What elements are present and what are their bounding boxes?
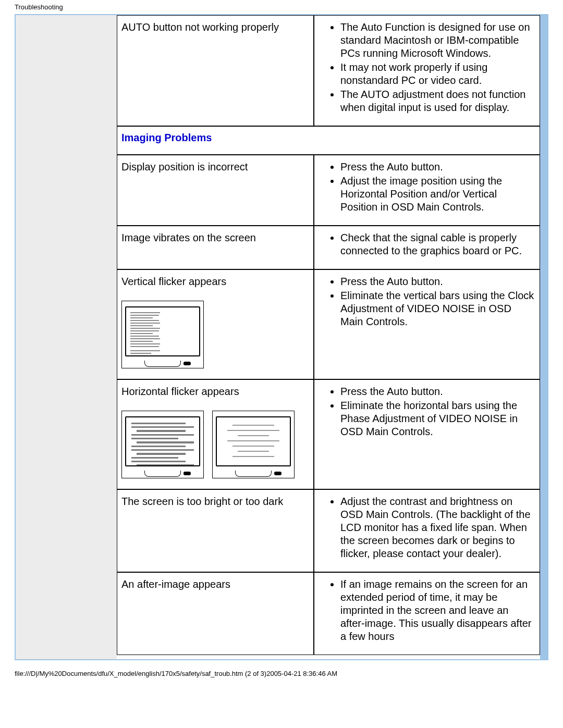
- table-row: Horizontal flicker appears: [117, 379, 540, 489]
- solution-list: Press the Auto button. Eliminate the ver…: [319, 275, 535, 328]
- solution-cell-vibrate: Check that the signal cable is properly …: [314, 226, 540, 269]
- list-item: Press the Auto button.: [340, 385, 535, 398]
- table-row: Imaging Problems: [117, 126, 540, 155]
- table-row: AUTO button not working properly The Aut…: [117, 15, 540, 126]
- table-row: Display position is incorrect Press the …: [117, 155, 540, 226]
- monitor-horizontal-flicker-clean-icon: [212, 411, 295, 478]
- solution-cell-bright: Adjust the contrast and brightness on OS…: [314, 489, 540, 572]
- solution-cell-position: Press the Auto button. Adjust the image …: [314, 155, 540, 226]
- section-cell: Imaging Problems: [117, 126, 540, 155]
- list-item: The AUTO adjustment does not function wh…: [340, 88, 535, 114]
- content-area: AUTO button not working properly The Aut…: [117, 15, 540, 659]
- right-rail: [540, 15, 547, 659]
- table-row: Vertical flicker appears: [117, 269, 540, 379]
- solution-cell-auto: The Auto Function is designed for use on…: [314, 15, 540, 126]
- list-item: Check that the signal cable is properly …: [340, 231, 535, 257]
- problem-cell-position: Display position is incorrect: [117, 155, 314, 226]
- solution-list: Adjust the contrast and brightness on OS…: [319, 495, 535, 560]
- solution-cell-hflicker: Press the Auto button. Eliminate the hor…: [314, 379, 540, 489]
- monitor-horizontal-flicker-noisy-icon: [121, 411, 204, 478]
- table-row: An after-image appears If an image remai…: [117, 572, 540, 655]
- list-item: If an image remains on the screen for an…: [340, 578, 535, 643]
- list-item: Press the Auto button.: [340, 275, 535, 288]
- solution-cell-vflicker: Press the Auto button. Eliminate the ver…: [314, 269, 540, 379]
- list-item: The Auto Function is designed for use on…: [340, 21, 535, 60]
- list-item: Adjust the image position using the Hori…: [340, 175, 535, 214]
- solution-list: Check that the signal cable is properly …: [319, 231, 535, 257]
- problem-label: AUTO button not working properly: [121, 21, 309, 34]
- problem-cell-auto: AUTO button not working properly: [117, 15, 314, 126]
- list-item: Adjust the contrast and brightness on OS…: [340, 495, 535, 560]
- problem-label: Vertical flicker appears: [121, 275, 309, 288]
- table-row: The screen is too bright or too dark Adj…: [117, 489, 540, 572]
- problem-label: An after-image appears: [121, 578, 309, 591]
- solution-list: Press the Auto button. Adjust the image …: [319, 161, 535, 214]
- problem-label: Image vibrates on the screen: [121, 231, 309, 244]
- problem-cell-vflicker: Vertical flicker appears: [117, 269, 314, 379]
- problem-label: Horizontal flicker appears: [121, 385, 309, 398]
- left-sidebar: [16, 15, 117, 659]
- solution-list: The Auto Function is designed for use on…: [319, 21, 535, 114]
- illustration-row: [121, 411, 309, 478]
- section-title-imaging: Imaging Problems: [121, 132, 212, 143]
- list-item: Eliminate the horizontal bars using the …: [340, 399, 535, 438]
- problem-cell-bright: The screen is too bright or too dark: [117, 489, 314, 572]
- problem-label: The screen is too bright or too dark: [121, 495, 309, 508]
- list-item: It may not work properly if using nonsta…: [340, 61, 535, 87]
- illustration-row: [121, 301, 309, 368]
- problem-label: Display position is incorrect: [121, 161, 309, 174]
- document-frame: AUTO button not working properly The Aut…: [15, 14, 548, 660]
- problem-cell-afterimage: An after-image appears: [117, 572, 314, 655]
- list-item: Eliminate the vertical bars using the Cl…: [340, 289, 535, 328]
- solution-list: Press the Auto button. Eliminate the hor…: [319, 385, 535, 438]
- page-header-title: Troubleshooting: [0, 0, 563, 14]
- troubleshooting-table: AUTO button not working properly The Aut…: [117, 15, 540, 655]
- solution-list: If an image remains on the screen for an…: [319, 578, 535, 643]
- page-footer-path: file:///D|/My%20Documents/dfu/X_model/en…: [0, 667, 563, 683]
- problem-cell-hflicker: Horizontal flicker appears: [117, 379, 314, 489]
- monitor-vertical-flicker-icon: [121, 301, 204, 368]
- problem-cell-vibrate: Image vibrates on the screen: [117, 226, 314, 269]
- table-row: Image vibrates on the screen Check that …: [117, 226, 540, 269]
- list-item: Press the Auto button.: [340, 161, 535, 174]
- solution-cell-afterimage: If an image remains on the screen for an…: [314, 572, 540, 655]
